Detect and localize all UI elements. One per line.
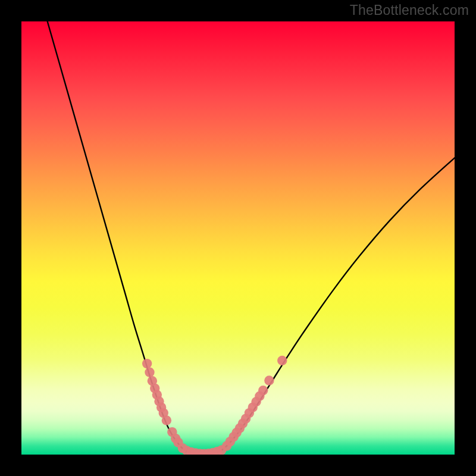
curve-layer bbox=[21, 21, 455, 455]
bottleneck-curve bbox=[48, 21, 455, 454]
data-marker bbox=[145, 367, 154, 377]
plot-area bbox=[21, 21, 455, 455]
data-marker bbox=[264, 375, 274, 385]
chart-frame: TheBottleneck.com bbox=[0, 0, 476, 476]
data-marker bbox=[142, 359, 152, 368]
bottleneck-curve-path bbox=[48, 21, 455, 454]
data-marker bbox=[277, 356, 287, 365]
data-marker bbox=[258, 386, 268, 395]
watermark-text: TheBottleneck.com bbox=[350, 2, 469, 18]
data-marker bbox=[162, 415, 171, 425]
data-markers bbox=[142, 356, 287, 455]
